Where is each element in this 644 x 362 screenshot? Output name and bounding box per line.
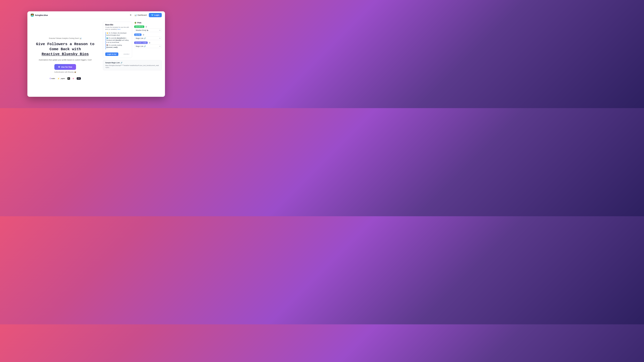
here-link[interactable]: here. bbox=[118, 28, 121, 30]
pots-title: Pots bbox=[137, 22, 141, 24]
pot-select-weather-text: Weather Emoji 🌤 bbox=[136, 29, 148, 31]
magic-link-label-current-read: Magic Link 🔗 bbox=[136, 45, 146, 47]
brand: 🧑‍💻 livingbio.blue bbox=[30, 13, 48, 17]
bio-content-area: 👋 Hi, I'm Adam, the developer behind liv… bbox=[105, 32, 130, 49]
hero-title-line2: Come Back with bbox=[50, 47, 81, 51]
bio-message-1: 👋 Hi, I'm Adam, the developer behind liv… bbox=[106, 32, 130, 36]
integration-zapier-label: _zapier bbox=[60, 78, 65, 79]
magic-link-header-icon: 🔗 bbox=[120, 62, 122, 64]
pot-select-current-read-text: Magic Link 🔗 bbox=[136, 45, 146, 47]
hero-title-line1: Give Followers a Reason to bbox=[36, 42, 94, 46]
bio-card: Base Bio Create the template for your bi… bbox=[103, 22, 132, 58]
loom-icon: 🌸 bbox=[72, 78, 74, 79]
chevron-down-icon-current-read: ▾ bbox=[160, 45, 160, 47]
pots-icon: 🪴 bbox=[134, 22, 136, 24]
magic-link-header-title: Sample Magic Link bbox=[105, 62, 120, 64]
char-count-value: 222/256 bbox=[124, 53, 129, 55]
hero-title: Give Followers a Reason to Come Back wit… bbox=[36, 42, 94, 57]
integration-code: </> bbox=[77, 77, 81, 80]
pot-delete-current-read-button[interactable]: 🗑 bbox=[148, 41, 151, 44]
pot-select-current-read[interactable]: Magic Link 🔗 ▾ bbox=[134, 44, 162, 48]
dashboard-icon: 📊 bbox=[134, 14, 137, 16]
bio-card-title: Base Bio bbox=[105, 24, 130, 26]
pot-tag-row-current-read: {{current_read}} 🗑 bbox=[134, 41, 162, 44]
magic-link-section: Sample Magic Link 🔗 https://livingbio.bl… bbox=[103, 60, 162, 70]
integration-zapier: ⚡ _zapier bbox=[58, 77, 65, 79]
coming-soon-banner: Granular Follower Analytics Coming Soon!… bbox=[49, 37, 82, 39]
bio-messages: 👋 Hi, I'm Adam, the developer behind liv… bbox=[106, 32, 130, 49]
brand-name: livingbio.blue bbox=[35, 14, 48, 16]
integration-loom: 🌸 bbox=[72, 78, 74, 79]
heart-icon: 🩵 bbox=[151, 14, 154, 16]
bio-card-desc: Create the template for your bio with po… bbox=[105, 26, 130, 30]
pots-header: 🪴 Pots bbox=[134, 22, 162, 24]
code-icon: </> bbox=[77, 77, 81, 80]
chevron-down-icon: ▾ bbox=[160, 29, 160, 31]
integration-notion: N bbox=[68, 77, 70, 80]
sun-icon: ☀ bbox=[130, 13, 132, 16]
pot-item-surf: {{surf}} 🗑 Magic Link 🔗 ▾ bbox=[134, 33, 162, 40]
pot-item-current-read: {{current_read}} 🗑 Magic Link 🔗 ▾ bbox=[134, 41, 162, 48]
integrations-row: ⬡ make ⚡ _zapier N 🌸 </> bbox=[50, 77, 81, 80]
auth-note: Authentication with Bluesky 🦋 bbox=[54, 71, 76, 73]
pot-item-weather: {{weather}} 🗑 Weather Emoji 🌤 ▾ bbox=[134, 25, 162, 32]
dashboard-label: Dashboard bbox=[138, 14, 147, 16]
dashboard-button[interactable]: 📊 Dashboard bbox=[134, 14, 147, 16]
theme-toggle-button[interactable]: ☀ bbox=[129, 13, 132, 17]
login-label: Login bbox=[154, 14, 159, 16]
pot-select-row-surf: Magic Link 🔗 ▾ bbox=[134, 36, 162, 40]
pot-tag-current-read: {{current_read}} bbox=[134, 41, 148, 44]
magic-link-url: https://livingbio.blue/api/****?weather=… bbox=[105, 64, 160, 69]
pot-select-row-weather: Weather Emoji 🌤 ▾ bbox=[134, 28, 162, 32]
pot-select-weather[interactable]: Weather Emoji 🌤 ▾ bbox=[134, 28, 162, 32]
main-window: 🧑‍💻 livingbio.blue ☀ 📊 Dashboard 🩵 Login… bbox=[28, 11, 165, 97]
magic-link-header: Sample Magic Link 🔗 bbox=[105, 62, 160, 64]
pots-panel: 🪴 Pots {{weather}} 🗑 Weather Emoji bbox=[134, 22, 162, 49]
login-button[interactable]: 🩵 Login bbox=[149, 13, 162, 17]
magic-link-label-surf: Magic Link 🔗 bbox=[136, 37, 146, 39]
brand-icon: 🧑‍💻 bbox=[30, 13, 34, 17]
use-for-free-button[interactable]: ⚙ Use for free bbox=[54, 64, 76, 70]
pot-delete-weather-button[interactable]: 🗑 bbox=[145, 25, 148, 28]
pot-tag-row-weather: {{weather}} 🗑 bbox=[134, 25, 162, 28]
demo-row: Base Bio Create the template for your bi… bbox=[103, 22, 162, 58]
weather-emoji-label: Weather Emoji 🌤 bbox=[136, 29, 148, 31]
char-count: 222/256 ℹ bbox=[124, 53, 130, 55]
info-icon: ℹ bbox=[129, 53, 130, 55]
bio-footer: Login to try! 222/256 ℹ bbox=[105, 51, 130, 56]
pot-select-row-current-read: Magic Link 🔗 ▾ bbox=[134, 44, 162, 48]
pot-tag-weather: {{weather}} bbox=[134, 25, 144, 28]
divider bbox=[106, 32, 106, 49]
navbar-right: ☀ 📊 Dashboard 🩵 Login bbox=[129, 13, 162, 17]
right-panel: Base Bio Create the template for your bi… bbox=[103, 22, 162, 93]
hero-section: Granular Follower Analytics Coming Soon!… bbox=[30, 22, 100, 93]
integration-make: ⬡ make bbox=[50, 77, 55, 79]
login-try-button[interactable]: Login to try! bbox=[105, 52, 118, 56]
chevron-down-icon-surf: ▾ bbox=[160, 37, 160, 39]
bio-message-3: 📚 I'm currently reading {{current_read}}… bbox=[106, 44, 130, 48]
use-free-label: Use for free bbox=[61, 66, 72, 68]
gear-icon: ⚙ bbox=[58, 66, 60, 68]
integration-make-label: make bbox=[51, 78, 55, 79]
navbar: 🧑‍💻 livingbio.blue ☀ 📊 Dashboard 🩵 Login bbox=[28, 11, 165, 19]
pot-delete-surf-button[interactable]: 🗑 bbox=[142, 33, 145, 36]
main-content: Granular Follower Analytics Coming Soon!… bbox=[28, 19, 165, 97]
pot-tag-surf: {{surf}} bbox=[134, 33, 142, 36]
bio-message-2: 🌍 It's currently {{weather}} in Scotland… bbox=[106, 37, 130, 43]
pot-tag-row-surf: {{surf}} 🗑 bbox=[134, 33, 162, 36]
hero-title-line3: Reactive Bluesky Bios bbox=[42, 52, 89, 56]
hero-subtitle: Automations that update your profile bas… bbox=[39, 59, 92, 61]
pot-select-surf-text: Magic Link 🔗 bbox=[136, 37, 146, 39]
notion-icon: N bbox=[68, 77, 70, 80]
pot-select-surf[interactable]: Magic Link 🔗 ▾ bbox=[134, 36, 162, 40]
